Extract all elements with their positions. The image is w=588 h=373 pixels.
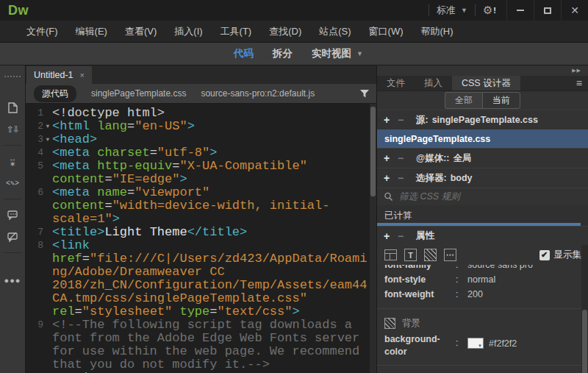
remove-source-button[interactable]: − xyxy=(398,114,409,126)
add-source-button[interactable]: + xyxy=(384,114,395,126)
code-line[interactable]: 2▼<html lang="en-US"> xyxy=(26,120,376,133)
remove-comment-button[interactable] xyxy=(7,226,18,248)
property-row[interactable]: font-family : source sans pro xyxy=(384,265,581,272)
source-code-button[interactable]: 源代码 xyxy=(34,85,76,102)
menu-item[interactable]: 插入(I) xyxy=(165,21,211,42)
more-category-icon[interactable]: ⋯ xyxy=(444,249,456,261)
code-line[interactable]: 1<!doctype html> xyxy=(26,107,376,120)
up-down-arrows-icon: ⇧⇩ xyxy=(7,124,18,135)
color-swatch[interactable]: ▼ xyxy=(467,338,484,349)
code-line[interactable]: 5<meta http-equiv="X-UA-Compatible" cont… xyxy=(26,160,376,186)
ellipsis-icon: ●●● xyxy=(4,276,21,285)
toolbar-more-button[interactable]: ●●● xyxy=(4,269,21,291)
property-value[interactable]: normal xyxy=(467,272,495,287)
css-rule-filter[interactable]: 筛选 CSS 规则 xyxy=(377,188,588,205)
scrollbar-thumb[interactable] xyxy=(370,107,376,196)
word-wrap-button[interactable]: ↔∗ xyxy=(9,150,16,172)
property-value[interactable]: source sans pro xyxy=(467,265,533,272)
property-name: background-color xyxy=(384,333,456,358)
menu-item[interactable]: 查看(V) xyxy=(116,21,165,42)
media-header-value: 全局 xyxy=(453,152,472,165)
layout-category-icon[interactable] xyxy=(384,249,397,260)
code-view-button[interactable]: 代码 xyxy=(234,47,254,60)
line-number: 1 xyxy=(26,107,43,120)
apply-comment-button[interactable] xyxy=(7,204,18,226)
all-button[interactable]: 全部 xyxy=(445,92,482,109)
code-scrollbar[interactable] xyxy=(370,104,376,373)
maximize-button[interactable] xyxy=(534,0,561,21)
split-view-button[interactable]: 拆分 xyxy=(273,47,293,60)
panel-scrollbar[interactable] xyxy=(581,245,588,373)
sync-settings-button[interactable]: ⚙ ! xyxy=(483,4,496,17)
show-set-control[interactable]: ✔ 显示集 xyxy=(539,249,582,261)
tab-css-designer[interactable]: CSS 设计器 xyxy=(452,76,520,90)
menu-item[interactable]: 查找(D) xyxy=(260,21,310,42)
source-item-selected[interactable]: singlePageTemplate.css xyxy=(377,129,588,148)
divider xyxy=(377,308,588,309)
background-color-row[interactable]: background-color : ▼ #f2f2f2 xyxy=(384,332,581,358)
property-value[interactable]: #f2f2f2 xyxy=(489,338,517,349)
border-category-icon[interactable] xyxy=(424,249,437,261)
code-line[interactable]: 9<!--The following script tag downloads … xyxy=(26,319,376,372)
toolbar-grip[interactable] xyxy=(4,76,21,77)
property-row[interactable]: font-weight : 200 xyxy=(384,287,581,302)
remove-property-button[interactable]: − xyxy=(398,230,409,242)
file-management-button[interactable]: ⇧⇩ xyxy=(7,118,18,141)
related-file-js[interactable]: source-sans-pro:n2:default.js xyxy=(201,88,315,99)
divider xyxy=(429,4,429,16)
remove-media-button[interactable]: − xyxy=(398,152,409,164)
live-view-button[interactable]: 实时视图 ▼ xyxy=(312,47,363,60)
remove-selector-button[interactable]: − xyxy=(398,172,409,184)
minimize-icon xyxy=(517,10,524,11)
menu-item[interactable]: 文件(F) xyxy=(18,21,67,42)
divider xyxy=(4,199,21,199)
document-tabbar: Untitled-1 × xyxy=(26,65,376,84)
computed-row[interactable]: 已计算 xyxy=(377,205,588,226)
menu-item[interactable]: 编辑(E) xyxy=(67,21,116,42)
properties-list: font-family : source sans pro font-style… xyxy=(377,265,588,373)
coding-toolbar: ⇧⇩ ↔∗ <✎> ●●● xyxy=(0,65,26,373)
scrollbar-thumb[interactable] xyxy=(582,310,587,373)
code-view[interactable]: 1<!doctype html>2▼<html lang="en-US">3▼<… xyxy=(26,104,376,373)
code-line[interactable]: 4<meta charset="utf-8"> xyxy=(26,146,376,160)
text-category-icon[interactable]: T xyxy=(404,249,417,261)
add-selector-button[interactable]: + xyxy=(384,172,395,184)
background-section-header: 背景 xyxy=(384,314,581,332)
add-property-button[interactable]: + xyxy=(384,230,395,242)
gear-icon: ⚙ xyxy=(483,4,492,17)
collapse-panels-icon[interactable]: ▶▶ xyxy=(572,68,581,74)
code-line[interactable]: 6<meta name="viewport" content="width=de… xyxy=(26,186,376,226)
code-brush-icon: <✎> xyxy=(6,179,19,188)
code-line[interactable]: 3▼<head> xyxy=(26,133,376,146)
divider xyxy=(4,145,21,146)
minimize-button[interactable] xyxy=(506,0,534,21)
fold-arrow-icon[interactable]: ▼ xyxy=(43,133,52,146)
checkbox-checked-icon[interactable]: ✔ xyxy=(539,250,550,260)
code-format-button[interactable]: <✎> xyxy=(6,172,19,194)
filter-funnel-icon[interactable] xyxy=(359,89,370,99)
property-value[interactable]: 200 xyxy=(467,287,483,302)
tab-insert[interactable]: 插入 xyxy=(415,76,452,90)
comment-remove-icon xyxy=(7,232,18,242)
fold-arrow-icon[interactable]: ▼ xyxy=(43,120,52,133)
menu-item[interactable]: 站点(S) xyxy=(310,21,359,42)
workspace-switcher[interactable]: 标准 ▼ xyxy=(437,4,467,17)
fold-gutter xyxy=(43,186,52,226)
current-button[interactable]: 当前 xyxy=(482,92,520,109)
tab-close-icon[interactable]: × xyxy=(80,71,85,79)
menu-item[interactable]: 帮助(H) xyxy=(412,21,462,42)
add-media-button[interactable]: + xyxy=(384,152,395,164)
close-button[interactable]: ✕ xyxy=(561,0,588,21)
open-documents-button[interactable] xyxy=(8,96,18,118)
code-line[interactable]: 8<link href="file:///C|/Users/zd423/AppD… xyxy=(26,239,376,319)
menu-item[interactable]: 窗口(W) xyxy=(360,21,412,42)
property-row[interactable]: font-style : normal xyxy=(384,272,581,287)
panel-menu-icon[interactable]: ≡ xyxy=(576,77,582,89)
line-number: 7 xyxy=(26,226,43,239)
related-file-css[interactable]: singlePageTemplate.css xyxy=(91,88,186,99)
menu-item[interactable]: 工具(T) xyxy=(212,21,261,42)
document-tab[interactable]: Untitled-1 × xyxy=(26,66,92,84)
code-line[interactable]: 7<title>Light Theme</title> xyxy=(26,226,376,239)
tab-files[interactable]: 文件 xyxy=(377,76,415,90)
view-toolbar: 代码 拆分 实时视图 ▼ xyxy=(0,43,588,65)
